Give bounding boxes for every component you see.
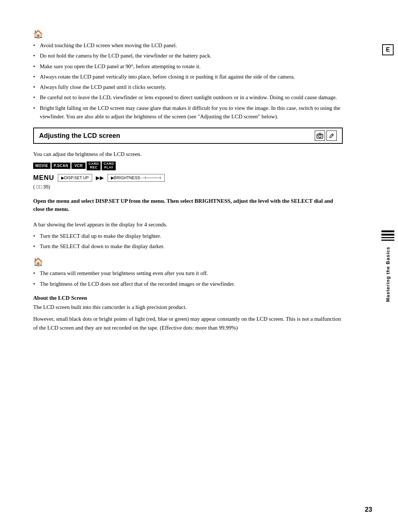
menu-flow: MENU ▶DISP.SET UP ▶▶ ▶BRIGHTNESS··⊣╌╌╌╌╌… — [33, 174, 343, 182]
warning-bullets: Avoid touching the LCD screen when movin… — [33, 41, 343, 121]
list-item: Always fully close the LCD panel until i… — [33, 83, 343, 91]
intro-text: You can adjust the brightness of the LCD… — [33, 150, 343, 159]
mode-buttons-row: MOVIE P.SCAN VCR CARD REC CARD PLAY — [33, 161, 343, 170]
note-icon-1: 🏠 — [33, 29, 343, 39]
list-item: Be careful not to leave the LCD, viewfin… — [33, 93, 343, 102]
about-lcd-para-1: The LCD screen built into this camcorder… — [33, 303, 343, 312]
sidebar-line-thick-2 — [381, 233, 394, 235]
note2-bullets: The camera will remember your brightness… — [33, 269, 343, 288]
list-item: The camera will remember your brightness… — [33, 269, 343, 278]
list-item: Do not hold the camera by the LCD panel,… — [33, 52, 343, 60]
page-container: 🏠 Avoid touching the LCD screen when mov… — [0, 0, 398, 532]
note-icon-2: 🏠 — [33, 257, 343, 267]
svg-point-1 — [319, 135, 321, 138]
bold-instruction: Open the menu and select DISP.SET UP fro… — [33, 197, 343, 213]
list-item: The brightness of the LCD does not affec… — [33, 280, 343, 288]
menu-label: MENU — [33, 174, 54, 182]
svg-line-5 — [332, 135, 333, 136]
e-badge: E — [382, 44, 394, 55]
list-item: Bright light falling on the LCD screen m… — [33, 104, 343, 121]
sidebar-lines — [381, 230, 394, 240]
mode-btn-movie: MOVIE — [33, 163, 50, 169]
section-icons — [315, 131, 337, 141]
sidebar-right: E Mastering the Basics — [378, 0, 398, 532]
list-item: Turn the SELECT dial down to make the di… — [33, 242, 343, 251]
sidebar-line-thin-1 — [381, 237, 394, 238]
svg-rect-2 — [319, 133, 321, 134]
list-item: Avoid touching the LCD screen when movin… — [33, 41, 343, 50]
about-lcd-section: About the LCD Screen The LCD screen buil… — [33, 295, 343, 332]
mode-btn-card-rec: CARD REC — [87, 161, 101, 170]
about-lcd-para-2: However, small black dots or bright poin… — [33, 314, 343, 332]
sidebar-line-thick-1 — [381, 230, 394, 232]
mode-btn-pscan: P.SCAN — [52, 163, 71, 169]
main-content: 🏠 Avoid touching the LCD screen when mov… — [33, 29, 343, 332]
sidebar-label: Mastering the Basics — [381, 230, 394, 302]
camera-icon-square — [315, 131, 325, 141]
sidebar-text: Mastering the Basics — [385, 246, 391, 302]
menu-step-2: ▶BRIGHTNESS··⊣╌╌╌╌╌+ — [108, 174, 165, 182]
list-item: Always rotate the LCD panel vertically i… — [33, 73, 343, 81]
mode-btn-vcr: VCR — [71, 163, 85, 169]
mode-btn-card-play: CARD PLAY — [102, 161, 116, 170]
about-lcd-heading: About the LCD Screen — [33, 295, 343, 301]
edit-icon-square — [327, 131, 337, 141]
section-title: Adjusting the LCD screen — [39, 132, 120, 140]
page-number: 23 — [365, 506, 372, 514]
result-text: A bar showing the level appears in the d… — [33, 220, 343, 229]
tips-list: Turn the SELECT dial up to make the disp… — [33, 232, 343, 251]
section-box: Adjusting the LCD screen — [33, 128, 343, 144]
menu-step-1: ▶DISP.SET UP — [58, 174, 92, 182]
menu-double-arrow: ▶▶ — [96, 175, 104, 181]
sidebar-line-thin-2 — [381, 239, 394, 240]
list-item: Turn the SELECT dial up to make the disp… — [33, 232, 343, 240]
page-ref: ( □□ 35) — [33, 184, 343, 189]
list-item: Make sure you open the LCD panel at 90°,… — [33, 62, 343, 71]
